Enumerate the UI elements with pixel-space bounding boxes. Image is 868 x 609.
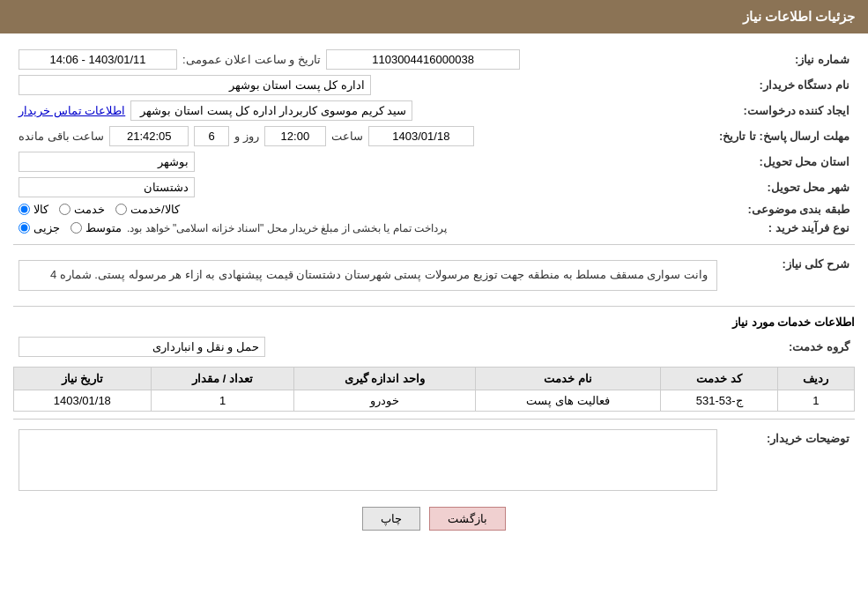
city-row: دشتستان [19, 177, 708, 197]
need-number-row: 1103004416000038 تاریخ و ساعت اعلان عموم… [19, 49, 708, 70]
category-option-label: کالا/خدمت [130, 203, 180, 216]
purchase-type-note: پرداخت تمام یا بخشی از مبلغ خریدار محل "… [127, 222, 447, 234]
org-name-label: نام دستگاه خریدار: [714, 72, 855, 98]
province-label: استان محل تحویل: [714, 149, 855, 175]
province-row: بوشهر [19, 152, 708, 172]
deadline-time-label: ساعت [331, 130, 363, 143]
purchase-type-label: نوع فرآیند خرید : [714, 219, 855, 237]
description-label: شرح کلی نیاز: [723, 252, 855, 299]
category-option-kala-khedmat[interactable]: کالا/خدمت [115, 203, 180, 216]
category-option-kala[interactable]: کالا [19, 203, 48, 216]
table-row: ایجاد کننده درخواست: سید کریم موسوی کارب… [13, 98, 855, 123]
description-text: وانت سواری مسقف مسلط به منطقه جهت توزیع … [19, 260, 717, 291]
buyer-notes-row: توضیحات خریدار: [13, 427, 855, 494]
deadline-label: مهلت ارسال پاسخ: تا تاریخ: [714, 123, 855, 149]
buyer-notes-table: توضیحات خریدار: [13, 427, 855, 494]
services-group-row: گروه خدمت: حمل و نقل و انبارداری [13, 334, 855, 360]
table-row: شهر محل تحویل: دشتستان [13, 175, 855, 200]
button-bar: بازگشت چاپ [13, 507, 855, 531]
category-label: طبقه بندی موضوعی: [714, 200, 855, 219]
page-title: جزئیات اطلاعات نیاز [743, 9, 855, 24]
category-option-khedmat[interactable]: خدمت [59, 203, 105, 216]
col-qty: تعداد / مقدار [151, 367, 294, 390]
buyer-notes-label: توضیحات خریدار: [723, 427, 855, 494]
category-radio-kala[interactable] [19, 204, 30, 215]
deadline-date: 1403/01/18 [368, 126, 474, 146]
need-number-value: 1103004416000038 [326, 49, 520, 70]
purchase-type-medium[interactable]: متوسط [70, 221, 122, 234]
main-content: شماره نیاز: 1103004416000038 تاریخ و ساع… [0, 33, 868, 544]
buyer-notes-textarea[interactable] [19, 429, 717, 491]
services-section-title: اطلاعات خدمات مورد نیاز [13, 316, 855, 329]
purchase-type-radio-medium[interactable] [70, 222, 82, 234]
back-button[interactable]: بازگشت [429, 507, 506, 531]
date-announce-label: تاریخ و ساعت اعلان عمومی: [182, 53, 321, 66]
category-option-label: کالا [33, 203, 48, 216]
creator-row: سید کریم موسوی کاربردار اداره کل پست است… [19, 100, 708, 121]
col-name: نام خدمت [475, 367, 661, 390]
description-table: شرح کلی نیاز: وانت سواری مسقف مسلط به من… [13, 252, 855, 299]
category-radio-group: کالا/خدمت خدمت کالا [19, 203, 708, 216]
org-name-value: اداره کل پست استان بوشهر [19, 75, 371, 95]
deadline-row: 1403/01/18 ساعت 12:00 روز و 6 21:42:05 س… [19, 126, 708, 146]
purchase-type-radio-group: متوسط جزیی [19, 221, 122, 234]
org-name-row: اداره کل پست استان بوشهر [19, 75, 708, 95]
city-value: دشتستان [19, 177, 195, 197]
deadline-time: 12:00 [264, 126, 326, 146]
table-row: استان محل تحویل: بوشهر [13, 149, 855, 175]
col-date: تاریخ نیاز [14, 367, 152, 390]
services-data-table: ردیف کد خدمت نام خدمت واحد اندازه گیری ت… [13, 367, 855, 412]
purchase-type-radio-partial[interactable] [19, 222, 30, 234]
services-table-body: 1ج-53-531فعالیت های پستخودرو11403/01/18 [14, 390, 855, 411]
purchase-type-partial[interactable]: جزیی [19, 221, 60, 234]
table-row: طبقه بندی موضوعی: کالا/خدمت خدمت کالا [13, 200, 855, 219]
city-label: شهر محل تحویل: [714, 175, 855, 200]
category-option-label: خدمت [74, 203, 105, 216]
date-announce-value: 1403/01/11 - 14:06 [19, 49, 177, 70]
purchase-type-row: پرداخت تمام یا بخشی از مبلغ خریدار محل "… [19, 221, 708, 234]
deadline-day: 6 [194, 126, 229, 146]
table-row: نوع فرآیند خرید : پرداخت تمام یا بخشی از… [13, 219, 855, 237]
separator-1 [13, 244, 855, 245]
need-number-label: شماره نیاز: [714, 47, 855, 72]
category-radio-khedmat[interactable] [59, 204, 70, 215]
separator-3 [13, 419, 855, 420]
print-button[interactable]: چاپ [362, 507, 420, 531]
col-row-num: ردیف [777, 367, 854, 390]
services-group-value: حمل و نقل و انبارداری [19, 337, 265, 357]
deadline-remaining-label: ساعت باقی مانده [19, 130, 104, 143]
table-row: مهلت ارسال پاسخ: تا تاریخ: 1403/01/18 سا… [13, 123, 855, 149]
page-header: جزئیات اطلاعات نیاز [0, 0, 868, 33]
purchase-type-partial-label: جزیی [33, 221, 60, 234]
services-group-value-row: حمل و نقل و انبارداری [19, 337, 717, 357]
col-unit: واحد اندازه گیری [294, 367, 475, 390]
table-row: شماره نیاز: 1103004416000038 تاریخ و ساع… [13, 47, 855, 72]
table-row: 1ج-53-531فعالیت های پستخودرو11403/01/18 [14, 390, 855, 411]
services-info-table: گروه خدمت: حمل و نقل و انبارداری [13, 334, 855, 360]
col-code: کد خدمت [661, 367, 777, 390]
deadline-day-label: روز و [234, 130, 259, 143]
info-table: شماره نیاز: 1103004416000038 تاریخ و ساع… [13, 47, 855, 237]
creator-link[interactable]: اطلاعات تماس خریدار [19, 104, 125, 117]
creator-label: ایجاد کننده درخواست: [714, 98, 855, 123]
province-value: بوشهر [19, 152, 195, 172]
services-table-header-row: ردیف کد خدمت نام خدمت واحد اندازه گیری ت… [14, 367, 855, 390]
deadline-remaining: 21:42:05 [109, 126, 189, 146]
page-wrapper: جزئیات اطلاعات نیاز شماره نیاز: 11030044… [0, 0, 868, 609]
table-row: نام دستگاه خریدار: اداره کل پست استان بو… [13, 72, 855, 98]
purchase-type-medium-label: متوسط [85, 221, 122, 234]
services-group-label: گروه خدمت: [723, 334, 855, 360]
services-table-head: ردیف کد خدمت نام خدمت واحد اندازه گیری ت… [14, 367, 855, 390]
separator-2 [13, 306, 855, 307]
description-row: شرح کلی نیاز: وانت سواری مسقف مسلط به من… [13, 252, 855, 299]
category-radio-kala-khedmat[interactable] [115, 204, 127, 215]
creator-value: سید کریم موسوی کاربردار اداره کل پست است… [130, 100, 412, 121]
